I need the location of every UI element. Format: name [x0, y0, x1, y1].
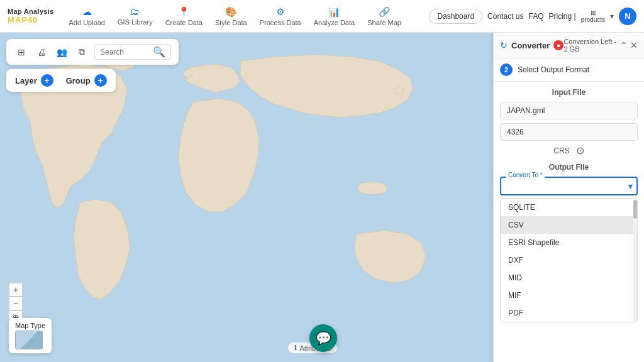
faq-link[interactable]: FAQ [528, 12, 543, 21]
dropdown-item-pdf[interactable]: PDF [501, 304, 637, 322]
map-type-panel[interactable]: Map Type [9, 318, 52, 353]
converter-storage: Conversion Left - 2 GB [564, 38, 620, 53]
info-icon: ℹ [294, 344, 297, 352]
logo[interactable]: Map Analysis MAP40 [8, 8, 54, 25]
scrollbar-thumb [633, 200, 637, 219]
nav-gis-library-label: GIS Library [118, 18, 153, 26]
zoom-in-button[interactable]: + [9, 283, 23, 297]
add-layer-button[interactable]: + [41, 74, 53, 87]
library-icon: 🗂 [130, 6, 140, 17]
analyze-icon: 📊 [328, 6, 340, 18]
nav-analyze-data-label: Analyze Data [314, 19, 355, 26]
step-number: 2 [500, 63, 513, 76]
toolbar-print-btn[interactable]: 🖨 [34, 45, 49, 60]
dropdown-icon: ▾ [610, 12, 614, 21]
close-button[interactable]: ✕ [630, 40, 638, 50]
nav-items: ☁ Add Upload 🗂 GIS Library 📍 Create Data… [64, 4, 430, 29]
style-icon: 🎨 [225, 6, 237, 18]
nav-gis-library[interactable]: 🗂 GIS Library [113, 4, 158, 28]
convert-to-wrapper: Convert To * SQLITE CSV ESRI Shapefile D… [500, 177, 638, 195]
navbar: Map Analysis MAP40 ☁ Add Upload 🗂 GIS Li… [0, 0, 644, 33]
dropdown-scrollbar[interactable] [633, 199, 637, 322]
dropdown-item-mif[interactable]: MIF [501, 287, 637, 304]
nav-share-map-label: Share Map [367, 19, 401, 26]
map-toolbar: ⊞ 🖨 👥 ⧉ 🔍 [6, 39, 179, 65]
chat-button[interactable]: 💬 [309, 324, 337, 352]
crs-scan-icon[interactable]: ⊙ [576, 145, 584, 156]
converter-header-icons: ⌃ ✕ [620, 40, 638, 50]
map-type-label: Map Type [15, 322, 45, 329]
convert-to-label: Convert To * [506, 172, 545, 178]
create-icon: 📍 [178, 6, 190, 18]
main-area: ⊞ 🖨 👥 ⧉ 🔍 Layer + Group + + − ⊕ [0, 33, 644, 362]
layer-panel: Layer + Group + [6, 69, 116, 92]
nav-create-data-label: Create Data [165, 19, 203, 26]
logo-top-text: Map Analysis [8, 8, 54, 15]
crs-label: CRS [553, 146, 569, 155]
converter-header: ↻ Converter ■ Conversion Left - 2 GB ⌃ ✕ [494, 33, 644, 58]
nav-process-data[interactable]: ⚙ Process Data [255, 4, 306, 29]
convert-to-select[interactable]: SQLITE CSV ESRI Shapefile DXF MID MIF PD… [500, 177, 638, 195]
dropdown-item-csv[interactable]: CSV [501, 216, 637, 234]
toolbar-copy-btn[interactable]: ⧉ [74, 45, 89, 60]
converter-stop-button[interactable]: ■ [553, 40, 564, 50]
pricing-link[interactable]: Pricing | [549, 12, 576, 21]
step-label: Select Output Format [518, 65, 589, 74]
grid-icon: ⊞ [591, 9, 596, 16]
group-label: Group [66, 76, 91, 85]
dropdown-item-dxf[interactable]: DXF [501, 251, 637, 269]
nav-process-data-label: Process Data [260, 19, 301, 26]
filename-input[interactable] [500, 102, 638, 119]
process-icon: ⚙ [276, 6, 284, 18]
chat-icon: 💬 [316, 331, 331, 346]
zoom-out-button[interactable]: − [9, 297, 23, 310]
group-item: Group + [66, 74, 107, 87]
converter-body: Input File CRS ⊙ Output File Convert To … [494, 82, 644, 362]
nav-right: Dashboard Contact us FAQ Pricing | ⊞ pro… [429, 8, 636, 25]
nav-create-data[interactable]: 📍 Create Data [160, 4, 208, 29]
minimize-button[interactable]: ⌃ [620, 40, 628, 50]
map-container[interactable]: ⊞ 🖨 👥 ⧉ 🔍 Layer + Group + + − ⊕ [0, 33, 493, 362]
dropdown-item-sqlite[interactable]: SQLITE [501, 199, 637, 216]
nav-style-data[interactable]: 🎨 Style Data [210, 4, 252, 29]
refresh-icon: ↻ [500, 40, 508, 50]
nav-share-map[interactable]: 🔗 Share Map [362, 4, 406, 29]
converter-step: 2 Select Output Format [494, 58, 644, 82]
crs-row: CRS ⊙ [500, 145, 638, 156]
layer-label: Layer [15, 76, 37, 85]
nav-add-upload-label: Add Upload [69, 19, 106, 26]
nav-add-upload[interactable]: ☁ Add Upload [64, 4, 111, 29]
converter-title: Converter [511, 41, 550, 50]
epsg-input[interactable] [500, 123, 638, 141]
layer-item: Layer + [15, 74, 53, 87]
search-input[interactable] [100, 48, 150, 57]
output-section-title: Output File [500, 163, 638, 172]
dropdown-item-esri[interactable]: ESRI Shapefile [501, 234, 637, 251]
input-section-title: Input File [500, 88, 638, 97]
products-button[interactable]: ⊞ products [581, 9, 605, 23]
toolbar-users-btn[interactable]: 👥 [54, 45, 69, 60]
map-type-thumbnail[interactable] [15, 331, 43, 349]
toolbar-grid-btn[interactable]: ⊞ [14, 45, 29, 60]
logo-brand: MAP40 [8, 15, 54, 25]
contact-link[interactable]: Contact us [487, 12, 523, 21]
dropdown-item-mid[interactable]: MID [501, 269, 637, 287]
avatar[interactable]: N [619, 8, 636, 25]
toolbar-search[interactable]: 🔍 [94, 44, 171, 60]
nav-style-data-label: Style Data [215, 19, 247, 26]
nav-analyze-data[interactable]: 📊 Analyze Data [309, 4, 360, 29]
add-group-button[interactable]: + [94, 74, 107, 87]
dropdown-list: SQLITE CSV ESRI Shapefile DXF MID MIF [500, 198, 638, 322]
converter-title-area: ↻ Converter ■ [500, 40, 564, 50]
search-icon: 🔍 [153, 46, 165, 58]
products-label: products [581, 16, 605, 23]
share-icon: 🔗 [379, 6, 391, 18]
converter-panel: ↻ Converter ■ Conversion Left - 2 GB ⌃ ✕… [493, 33, 644, 362]
dashboard-button[interactable]: Dashboard [429, 9, 482, 24]
upload-icon: ☁ [82, 6, 92, 18]
stop-icon: ■ [557, 43, 560, 48]
